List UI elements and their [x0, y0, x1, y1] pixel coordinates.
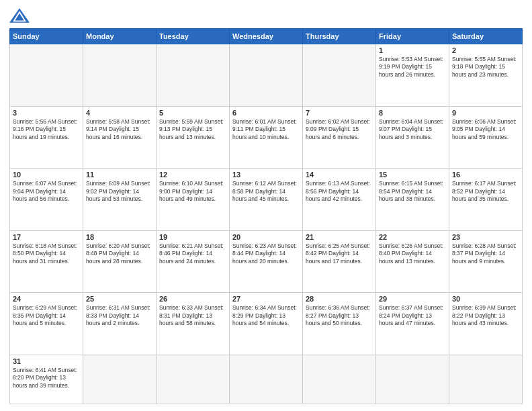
day-cell: 14Sunrise: 6:13 AM Sunset: 8:56 PM Dayli… [303, 169, 376, 231]
day-number: 16 [452, 171, 519, 179]
day-cell: 8Sunrise: 6:04 AM Sunset: 9:07 PM Daylig… [376, 106, 449, 169]
day-number: 4 [86, 109, 153, 117]
day-number: 2 [452, 46, 519, 54]
day-info: Sunrise: 6:29 AM Sunset: 8:35 PM Dayligh… [13, 304, 80, 327]
header [9, 8, 523, 23]
day-number: 12 [159, 171, 226, 179]
day-number: 8 [379, 109, 446, 117]
day-cell: 11Sunrise: 6:09 AM Sunset: 9:02 PM Dayli… [83, 169, 157, 231]
day-cell: 16Sunrise: 6:17 AM Sunset: 8:52 PM Dayli… [449, 169, 523, 231]
logo [9, 8, 32, 23]
day-info: Sunrise: 6:04 AM Sunset: 9:07 PM Dayligh… [379, 118, 446, 141]
day-cell [449, 355, 523, 404]
day-cell: 26Sunrise: 6:33 AM Sunset: 8:31 PM Dayli… [157, 293, 230, 355]
day-info: Sunrise: 5:56 AM Sunset: 9:16 PM Dayligh… [13, 118, 80, 141]
day-info: Sunrise: 5:59 AM Sunset: 9:13 PM Dayligh… [159, 118, 226, 141]
logo-icon [9, 8, 30, 23]
day-cell: 24Sunrise: 6:29 AM Sunset: 8:35 PM Dayli… [10, 293, 83, 355]
day-cell [230, 355, 303, 404]
weekday-wednesday: Wednesday [230, 29, 303, 44]
day-number: 6 [232, 109, 300, 117]
day-cell [303, 355, 376, 404]
day-info: Sunrise: 6:15 AM Sunset: 8:54 PM Dayligh… [379, 180, 446, 203]
day-number: 15 [379, 171, 446, 179]
weekday-header-row: SundayMondayTuesdayWednesdayThursdayFrid… [10, 29, 523, 44]
weekday-sunday: Sunday [10, 29, 83, 44]
day-info: Sunrise: 6:31 AM Sunset: 8:33 PM Dayligh… [86, 304, 153, 327]
day-number: 18 [86, 233, 153, 241]
week-row-4: 17Sunrise: 6:18 AM Sunset: 8:50 PM Dayli… [10, 230, 523, 293]
day-cell: 17Sunrise: 6:18 AM Sunset: 8:50 PM Dayli… [10, 230, 83, 293]
week-row-2: 3Sunrise: 5:56 AM Sunset: 9:16 PM Daylig… [10, 106, 523, 169]
day-info: Sunrise: 6:25 AM Sunset: 8:42 PM Dayligh… [306, 242, 373, 265]
day-number: 30 [452, 295, 519, 303]
day-info: Sunrise: 6:09 AM Sunset: 9:02 PM Dayligh… [86, 180, 153, 203]
day-cell [10, 44, 83, 107]
day-cell: 25Sunrise: 6:31 AM Sunset: 8:33 PM Dayli… [83, 293, 157, 355]
day-cell: 6Sunrise: 6:01 AM Sunset: 9:11 PM Daylig… [230, 106, 303, 169]
day-info: Sunrise: 6:33 AM Sunset: 8:31 PM Dayligh… [159, 304, 226, 327]
day-cell [83, 44, 157, 107]
day-cell [157, 355, 230, 404]
week-row-6: 31Sunrise: 6:41 AM Sunset: 8:20 PM Dayli… [10, 355, 523, 404]
day-cell: 21Sunrise: 6:25 AM Sunset: 8:42 PM Dayli… [303, 230, 376, 293]
day-info: Sunrise: 6:41 AM Sunset: 8:20 PM Dayligh… [13, 367, 80, 390]
day-cell: 27Sunrise: 6:34 AM Sunset: 8:29 PM Dayli… [230, 293, 303, 355]
week-row-5: 24Sunrise: 6:29 AM Sunset: 8:35 PM Dayli… [10, 293, 523, 355]
day-cell: 5Sunrise: 5:59 AM Sunset: 9:13 PM Daylig… [157, 106, 230, 169]
day-cell: 3Sunrise: 5:56 AM Sunset: 9:16 PM Daylig… [10, 106, 83, 169]
day-number: 3 [13, 109, 80, 117]
day-info: Sunrise: 6:23 AM Sunset: 8:44 PM Dayligh… [232, 242, 300, 265]
day-cell: 28Sunrise: 6:36 AM Sunset: 8:27 PM Dayli… [303, 293, 376, 355]
day-info: Sunrise: 6:13 AM Sunset: 8:56 PM Dayligh… [306, 180, 373, 203]
day-cell: 10Sunrise: 6:07 AM Sunset: 9:04 PM Dayli… [10, 169, 83, 231]
day-number: 23 [452, 233, 519, 241]
day-number: 29 [379, 295, 446, 303]
page: SundayMondayTuesdayWednesdayThursdayFrid… [0, 0, 532, 411]
day-info: Sunrise: 6:39 AM Sunset: 8:22 PM Dayligh… [452, 304, 519, 327]
day-cell: 7Sunrise: 6:02 AM Sunset: 9:09 PM Daylig… [303, 106, 376, 169]
day-number: 24 [13, 295, 80, 303]
day-cell: 31Sunrise: 6:41 AM Sunset: 8:20 PM Dayli… [10, 355, 83, 404]
day-info: Sunrise: 6:17 AM Sunset: 8:52 PM Dayligh… [452, 180, 519, 203]
day-info: Sunrise: 6:10 AM Sunset: 9:00 PM Dayligh… [159, 180, 226, 203]
day-number: 11 [86, 171, 153, 179]
day-number: 20 [232, 233, 300, 241]
weekday-thursday: Thursday [303, 29, 376, 44]
day-number: 26 [159, 295, 226, 303]
day-info: Sunrise: 6:18 AM Sunset: 8:50 PM Dayligh… [13, 242, 80, 265]
day-cell: 12Sunrise: 6:10 AM Sunset: 9:00 PM Dayli… [157, 169, 230, 231]
day-number: 27 [232, 295, 300, 303]
day-number: 9 [452, 109, 519, 117]
day-number: 28 [306, 295, 373, 303]
day-info: Sunrise: 5:53 AM Sunset: 9:19 PM Dayligh… [379, 56, 446, 79]
day-number: 5 [159, 109, 226, 117]
week-row-1: 1Sunrise: 5:53 AM Sunset: 9:19 PM Daylig… [10, 44, 523, 107]
weekday-friday: Friday [376, 29, 449, 44]
day-number: 19 [159, 233, 226, 241]
day-number: 22 [379, 233, 446, 241]
day-number: 13 [232, 171, 300, 179]
day-cell [230, 44, 303, 107]
weekday-saturday: Saturday [449, 29, 523, 44]
day-cell: 20Sunrise: 6:23 AM Sunset: 8:44 PM Dayli… [230, 230, 303, 293]
day-info: Sunrise: 6:21 AM Sunset: 8:46 PM Dayligh… [159, 242, 226, 265]
day-cell [83, 355, 157, 404]
day-info: Sunrise: 6:07 AM Sunset: 9:04 PM Dayligh… [13, 180, 80, 203]
day-info: Sunrise: 6:20 AM Sunset: 8:48 PM Dayligh… [86, 242, 153, 265]
weekday-tuesday: Tuesday [157, 29, 230, 44]
day-info: Sunrise: 6:01 AM Sunset: 9:11 PM Dayligh… [232, 118, 300, 141]
day-number: 21 [306, 233, 373, 241]
day-number: 1 [379, 46, 446, 54]
calendar: SundayMondayTuesdayWednesdayThursdayFrid… [9, 28, 523, 404]
day-number: 31 [13, 357, 80, 365]
day-info: Sunrise: 6:12 AM Sunset: 8:58 PM Dayligh… [232, 180, 300, 203]
day-info: Sunrise: 6:36 AM Sunset: 8:27 PM Dayligh… [306, 304, 373, 327]
day-info: Sunrise: 5:58 AM Sunset: 9:14 PM Dayligh… [86, 118, 153, 141]
day-number: 14 [306, 171, 373, 179]
day-cell: 18Sunrise: 6:20 AM Sunset: 8:48 PM Dayli… [83, 230, 157, 293]
day-cell: 30Sunrise: 6:39 AM Sunset: 8:22 PM Dayli… [449, 293, 523, 355]
day-info: Sunrise: 6:26 AM Sunset: 8:40 PM Dayligh… [379, 242, 446, 265]
day-cell: 1Sunrise: 5:53 AM Sunset: 9:19 PM Daylig… [376, 44, 449, 107]
day-info: Sunrise: 6:28 AM Sunset: 8:37 PM Dayligh… [452, 242, 519, 265]
